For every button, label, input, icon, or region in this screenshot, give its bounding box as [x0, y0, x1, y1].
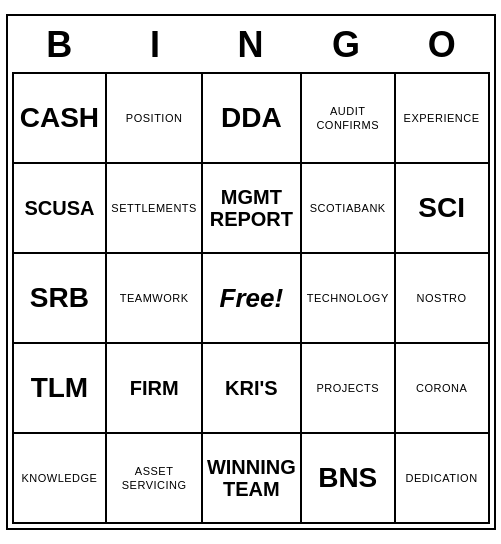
bingo-cell-0-2: DDA — [203, 74, 302, 164]
header-letter: O — [394, 20, 490, 70]
bingo-cell-4-3: BNS — [302, 434, 396, 524]
bingo-cell-2-4: NOSTRO — [396, 254, 490, 344]
cell-label: SETTLEMENTS — [111, 201, 197, 215]
cell-label: WINNINGTEAM — [207, 456, 296, 500]
bingo-cell-0-0: CASH — [14, 74, 108, 164]
bingo-cell-4-1: ASSETSERVICING — [107, 434, 203, 524]
header-letter: N — [203, 20, 299, 70]
cell-label: CASH — [20, 103, 99, 134]
bingo-grid: CASHPOSITIONDDAAUDITCONFIRMSEXPERIENCESC… — [12, 72, 490, 524]
cell-label: MGMTREPORT — [210, 186, 293, 230]
cell-label: DDA — [221, 103, 282, 134]
bingo-cell-2-0: SRB — [14, 254, 108, 344]
header-letter: I — [107, 20, 203, 70]
cell-label: TLM — [31, 373, 89, 404]
cell-label: TEAMWORK — [120, 291, 189, 305]
bingo-cell-2-1: TEAMWORK — [107, 254, 203, 344]
bingo-cell-2-2: Free! — [203, 254, 302, 344]
cell-label: KRI'S — [225, 377, 278, 399]
cell-label: ASSETSERVICING — [122, 464, 187, 493]
cell-label: AUDITCONFIRMS — [316, 104, 379, 133]
cell-label: SCI — [418, 193, 465, 224]
cell-label: Free! — [220, 283, 284, 314]
cell-label: NOSTRO — [417, 291, 467, 305]
cell-label: SRB — [30, 283, 89, 314]
header-letter: G — [298, 20, 394, 70]
bingo-cell-0-1: POSITION — [107, 74, 203, 164]
bingo-cell-1-1: SETTLEMENTS — [107, 164, 203, 254]
bingo-header: BINGO — [12, 20, 490, 70]
bingo-cell-3-2: KRI'S — [203, 344, 302, 434]
cell-label: PROJECTS — [316, 381, 379, 395]
cell-label: EXPERIENCE — [404, 111, 480, 125]
bingo-card: BINGO CASHPOSITIONDDAAUDITCONFIRMSEXPERI… — [6, 14, 496, 530]
bingo-cell-1-2: MGMTREPORT — [203, 164, 302, 254]
cell-label: BNS — [318, 463, 377, 494]
bingo-cell-2-3: TECHNOLOGY — [302, 254, 396, 344]
bingo-cell-4-2: WINNINGTEAM — [203, 434, 302, 524]
bingo-cell-3-4: CORONA — [396, 344, 490, 434]
bingo-cell-4-0: KNOWLEDGE — [14, 434, 108, 524]
cell-label: SCOTIABANK — [310, 201, 386, 215]
bingo-cell-0-4: EXPERIENCE — [396, 74, 490, 164]
bingo-cell-0-3: AUDITCONFIRMS — [302, 74, 396, 164]
cell-label: FIRM — [130, 377, 179, 399]
bingo-cell-4-4: DEDICATION — [396, 434, 490, 524]
cell-label: KNOWLEDGE — [21, 471, 97, 485]
bingo-cell-1-0: SCUSA — [14, 164, 108, 254]
cell-label: TECHNOLOGY — [307, 291, 389, 305]
cell-label: DEDICATION — [406, 471, 478, 485]
bingo-cell-3-0: TLM — [14, 344, 108, 434]
cell-label: CORONA — [416, 381, 467, 395]
bingo-cell-3-3: PROJECTS — [302, 344, 396, 434]
cell-label: SCUSA — [24, 197, 94, 219]
bingo-cell-1-4: SCI — [396, 164, 490, 254]
bingo-cell-1-3: SCOTIABANK — [302, 164, 396, 254]
bingo-cell-3-1: FIRM — [107, 344, 203, 434]
cell-label: POSITION — [126, 111, 183, 125]
header-letter: B — [12, 20, 108, 70]
